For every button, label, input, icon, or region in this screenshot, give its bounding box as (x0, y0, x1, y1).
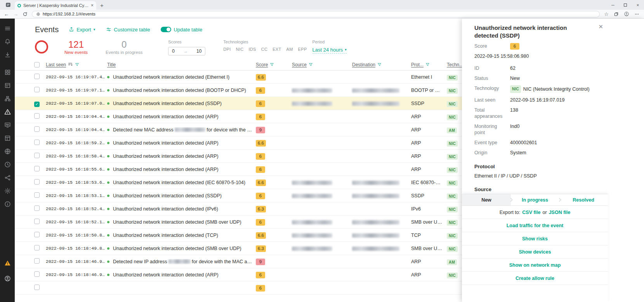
row-checkbox[interactable] (34, 245, 40, 250)
technology-filter-epp[interactable]: EPP (298, 47, 307, 52)
sidebar-item-web-console[interactable] (0, 145, 15, 158)
action-load-traffic-for-the-event[interactable]: Load traffic for the event (462, 219, 608, 232)
tab-close-icon[interactable]: × (91, 3, 94, 8)
refresh-button[interactable] (23, 12, 28, 17)
redacted-text (168, 259, 191, 264)
row-checkbox[interactable] (34, 113, 40, 119)
new-tab-button[interactable]: + (100, 2, 104, 8)
filter-funnel-icon[interactable] (309, 62, 313, 67)
column-last-seen[interactable]: Last seen (46, 62, 66, 67)
row-checkbox[interactable] (34, 232, 40, 237)
sidebar-item-network-control[interactable] (0, 118, 15, 131)
row-checkbox[interactable] (34, 153, 40, 158)
filter-funnel-icon[interactable] (425, 62, 430, 67)
technology-filter-ids[interactable]: IDS (248, 47, 256, 52)
action-create-allow-rule[interactable]: Create allow rule (462, 272, 608, 285)
event-status-dot-icon (107, 129, 109, 131)
sidebar-item-downloads[interactable] (0, 48, 15, 61)
window-maximize-button[interactable] (619, 0, 632, 10)
row-checkbox[interactable] (34, 205, 40, 211)
row-checkbox[interactable] (34, 192, 40, 198)
window-minimize-button[interactable]: ─ (607, 0, 619, 10)
row-checkbox[interactable] (34, 87, 40, 92)
sidebar-item-process-control[interactable] (0, 92, 15, 105)
app-frame: Events Export ▾ Customize table Update t… (0, 19, 644, 302)
row-checkbox[interactable] (34, 258, 40, 264)
protocol-heading: Protocol (474, 164, 597, 169)
select-all-checkbox[interactable] (34, 62, 40, 67)
row-checkbox[interactable]: ✓ (34, 102, 40, 107)
close-icon[interactable]: ✕ (598, 24, 603, 29)
row-checkbox[interactable] (34, 179, 40, 185)
technology-filter-nic[interactable]: NIC (236, 47, 244, 52)
status-tab-in-progress[interactable]: In progress (510, 194, 559, 205)
sidebar-item-events[interactable] (0, 105, 15, 118)
column-score[interactable]: Score (256, 62, 268, 67)
in-progress-counter[interactable]: 0 Events in progress (106, 40, 142, 55)
address-bar[interactable]: https://192.168.2.1/#/events (32, 11, 600, 17)
sidebar-item-menu[interactable] (0, 22, 15, 35)
sidebar-item-audit[interactable] (0, 158, 15, 171)
technology-filter-am[interactable]: AM (286, 47, 293, 52)
browser-menu-dots-icon[interactable] (634, 12, 639, 17)
collections-icon[interactable] (614, 12, 619, 17)
technology-filter-cc[interactable]: CC (261, 47, 268, 52)
redacted-destination (352, 102, 399, 106)
new-events-counter[interactable]: 121 New events (64, 40, 88, 55)
score-min-input[interactable]: 0 (172, 48, 175, 54)
action-show-risks[interactable]: Show risks (462, 232, 608, 245)
action-show-on-network-map[interactable]: Show on network map (462, 259, 608, 272)
favorites-star-icon[interactable]: ☆ (604, 11, 609, 17)
scores-range[interactable]: 0 → 10 (168, 47, 205, 55)
row-checkbox[interactable] (34, 285, 40, 290)
technology-filter-dpi[interactable]: DPI (223, 47, 231, 52)
browser-profile-icon[interactable] (624, 11, 629, 17)
filter-funnel-icon[interactable] (75, 62, 79, 67)
export-button[interactable]: Export ▾ (69, 27, 95, 33)
row-checkbox[interactable] (34, 271, 40, 277)
update-table-toggle[interactable]: Update table (161, 27, 202, 33)
sort-descending-icon[interactable] (68, 62, 73, 67)
sidebar-item-dashboard[interactable] (0, 66, 15, 79)
back-button[interactable]: ← (4, 12, 9, 17)
filter-funnel-icon[interactable] (377, 62, 382, 67)
row-checkbox[interactable] (34, 140, 40, 145)
sidebar-item-settings[interactable] (0, 184, 15, 197)
score-max-input[interactable]: 10 (196, 48, 201, 54)
export-csv-link[interactable]: CSV file (522, 210, 540, 215)
sidebar-item-user-profile[interactable] (0, 272, 15, 285)
filter-funnel-icon[interactable] (270, 62, 274, 67)
forward-button[interactable]: → (13, 12, 18, 17)
row-checkbox[interactable] (34, 219, 40, 224)
row-checkbox[interactable] (34, 166, 40, 171)
sidebar-item-about[interactable] (0, 197, 15, 211)
browser-tab[interactable]: Server | Kaspersky Industrial Cyb... × (15, 1, 96, 10)
column-source[interactable]: Source (292, 62, 307, 67)
window-close-button[interactable]: × (632, 0, 644, 10)
event-last-seen: 2022-09-15 16:19:07.0… (46, 101, 107, 106)
action-show-devices[interactable]: Show devices (462, 245, 608, 259)
sidebar-item-notifications[interactable] (0, 35, 15, 48)
browser-workspaces-icon[interactable] (3, 1, 13, 9)
row-checkbox[interactable] (34, 74, 40, 79)
column-title[interactable]: Title (107, 62, 116, 67)
column-technology[interactable]: Techn... (447, 62, 463, 67)
export-json-link[interactable]: JSON file (549, 210, 571, 215)
toggle-on-icon[interactable] (161, 27, 171, 32)
column-destination[interactable]: Destination (352, 62, 375, 67)
status-tab-resolved[interactable]: Resolved (559, 194, 608, 205)
event-score: 6 (256, 86, 292, 94)
event-source (292, 232, 352, 239)
status-tab-new[interactable]: New (462, 194, 511, 205)
period-value: Last 24 hours (312, 47, 343, 53)
sidebar-item-network-map[interactable] (0, 171, 15, 184)
technologies-list: DPINICIDSCCEXTAMEPP (223, 47, 307, 52)
sidebar-item-system-warning[interactable] (0, 256, 15, 269)
period-select[interactable]: Last 24 hours ▾ (312, 47, 347, 53)
sidebar-item-assets[interactable] (0, 79, 15, 92)
technology-filter-ext[interactable]: EXT (273, 47, 281, 52)
sidebar-item-reports[interactable] (0, 131, 15, 145)
customize-table-button[interactable]: Customize table (106, 27, 150, 33)
row-checkbox[interactable] (34, 126, 40, 132)
column-protocol[interactable]: Prot... (411, 62, 424, 67)
